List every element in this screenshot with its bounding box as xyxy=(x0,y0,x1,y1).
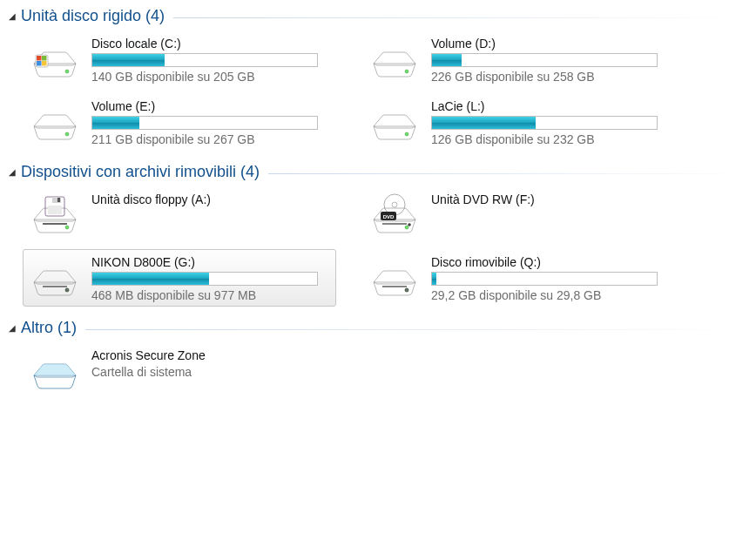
drive-info: Volume (D:)226 GB disponibile su 258 GB xyxy=(431,35,670,84)
collapse-arrow-icon: ◢ xyxy=(9,11,16,21)
group: ◢Unità disco rigido (4)Disco locale (C:)… xyxy=(9,3,747,151)
group-header[interactable]: ◢Dispositivi con archivi rimovibili (4) xyxy=(9,159,747,186)
capacity-bar xyxy=(431,116,658,130)
secure-icon xyxy=(29,347,81,395)
drive-name: LaCie (L:) xyxy=(431,99,670,113)
drive-info: Disco rimovibile (Q:)29,2 GB disponibile… xyxy=(431,253,670,302)
capacity-fill xyxy=(432,117,536,129)
group-items: Disco locale (C:)140 GB disponibile su 2… xyxy=(9,30,747,151)
drive-name: NIKON D800E (G:) xyxy=(91,255,330,269)
drive-subtext: 226 GB disponibile su 258 GB xyxy=(431,70,670,84)
drive-item[interactable]: Disco rimovibile (Q:)29,2 GB disponibile… xyxy=(362,249,676,307)
drive-name: Volume (E:) xyxy=(91,99,330,113)
capacity-fill xyxy=(432,54,462,66)
capacity-bar xyxy=(91,116,318,130)
floppy-icon xyxy=(29,191,81,240)
drive-subtext: Cartella di sistema xyxy=(91,365,330,379)
dvd-icon xyxy=(368,191,421,240)
drive-item[interactable]: Volume (D:)226 GB disponibile su 258 GB xyxy=(362,30,676,88)
capacity-bar xyxy=(91,272,318,286)
collapse-arrow-icon: ◢ xyxy=(9,323,16,333)
drive-item[interactable]: Unità DVD RW (F:) xyxy=(362,186,676,244)
group-title: Dispositivi con archivi rimovibili (4) xyxy=(21,163,260,181)
drive-name: Volume (D:) xyxy=(431,37,670,51)
drive-item[interactable]: Unità disco floppy (A:) xyxy=(23,186,336,244)
group-header[interactable]: ◢Unità disco rigido (4) xyxy=(9,3,747,30)
drive-item[interactable]: Volume (E:)211 GB disponibile su 267 GB xyxy=(23,93,336,151)
group-separator xyxy=(268,173,747,174)
drive-info: Acronis Secure ZoneCartella di sistema xyxy=(91,347,330,379)
capacity-bar xyxy=(91,53,318,67)
capacity-bar xyxy=(431,53,658,67)
group-title: Unità disco rigido (4) xyxy=(21,7,165,25)
group-separator xyxy=(85,329,747,330)
group-separator xyxy=(173,17,747,18)
drive-name: Acronis Secure Zone xyxy=(91,348,330,362)
group: ◢Dispositivi con archivi rimovibili (4)U… xyxy=(9,159,747,307)
drive-item[interactable]: Acronis Secure ZoneCartella di sistema xyxy=(23,342,336,400)
capacity-fill xyxy=(92,54,165,66)
hdd-icon xyxy=(29,98,81,146)
drive-name: Unità disco floppy (A:) xyxy=(91,192,330,206)
collapse-arrow-icon: ◢ xyxy=(9,167,16,177)
group: ◢Altro (1)Acronis Secure ZoneCartella di… xyxy=(9,315,747,400)
drive-subtext: 126 GB disponibile su 232 GB xyxy=(431,132,670,146)
removable-icon xyxy=(29,253,81,302)
drive-info: Disco locale (C:)140 GB disponibile su 2… xyxy=(91,35,330,84)
group-items: Acronis Secure ZoneCartella di sistema xyxy=(9,342,747,400)
group-header[interactable]: ◢Altro (1) xyxy=(9,315,747,342)
drive-subtext: 29,2 GB disponibile su 29,8 GB xyxy=(431,288,670,302)
capacity-fill xyxy=(92,117,139,129)
hdd-windows-icon xyxy=(29,35,81,84)
group-items: Unità disco floppy (A:)Unità DVD RW (F:)… xyxy=(9,186,747,307)
hdd-icon xyxy=(368,35,421,84)
group-title: Altro (1) xyxy=(21,319,77,337)
drive-item[interactable]: NIKON D800E (G:)468 MB disponibile su 97… xyxy=(23,249,336,307)
drive-info: Unità disco floppy (A:) xyxy=(91,191,330,209)
removable-icon xyxy=(368,253,421,302)
drive-info: NIKON D800E (G:)468 MB disponibile su 97… xyxy=(91,253,330,302)
drive-name: Unità DVD RW (F:) xyxy=(431,192,670,206)
drive-info: Unità DVD RW (F:) xyxy=(431,191,670,209)
drive-item[interactable]: Disco locale (C:)140 GB disponibile su 2… xyxy=(23,30,336,88)
drive-item[interactable]: LaCie (L:)126 GB disponibile su 232 GB xyxy=(362,93,676,151)
drive-info: Volume (E:)211 GB disponibile su 267 GB xyxy=(91,98,330,146)
hdd-icon xyxy=(368,98,421,146)
drive-info: LaCie (L:)126 GB disponibile su 232 GB xyxy=(431,98,670,146)
capacity-fill xyxy=(92,273,209,285)
drive-subtext: 211 GB disponibile su 267 GB xyxy=(91,132,330,146)
drive-subtext: 140 GB disponibile su 205 GB xyxy=(91,70,330,84)
drive-name: Disco locale (C:) xyxy=(91,37,330,51)
drive-subtext: 468 MB disponibile su 977 MB xyxy=(91,288,330,302)
capacity-fill xyxy=(432,273,436,285)
drive-name: Disco rimovibile (Q:) xyxy=(431,255,670,269)
capacity-bar xyxy=(431,272,658,286)
